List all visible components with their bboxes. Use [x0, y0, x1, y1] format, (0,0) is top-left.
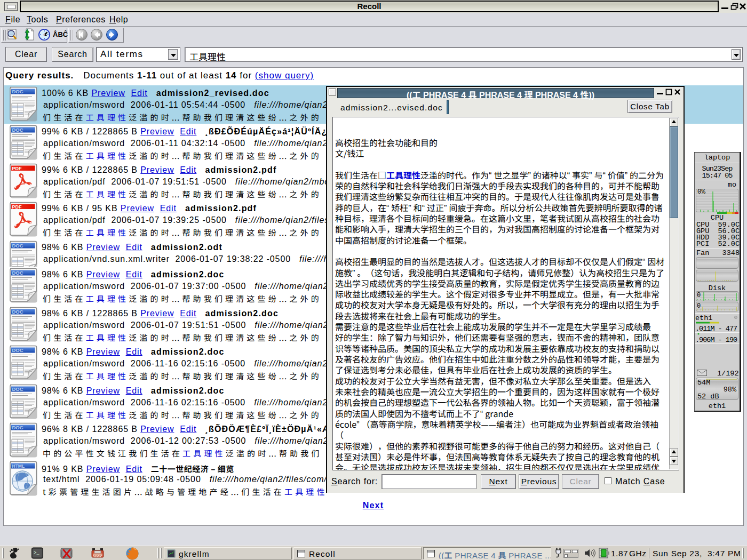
svg-text:HTML: HTML — [12, 463, 25, 469]
svg-text:DOC: DOC — [12, 425, 23, 430]
svg-text:PDF: PDF — [12, 204, 22, 210]
svg-text:DOC: DOC — [12, 243, 23, 249]
svg-text:DOC: DOC — [12, 127, 23, 133]
svg-text:PDF: PDF — [12, 166, 22, 171]
svg-text:>_: >_ — [34, 550, 39, 556]
svg-text:DOC: DOC — [12, 386, 23, 392]
svg-text:DOC: DOC — [12, 270, 23, 276]
svg-text:DOC: DOC — [12, 309, 23, 315]
svg-text:DOC: DOC — [12, 347, 23, 353]
svg-text:DOC: DOC — [12, 89, 23, 94]
